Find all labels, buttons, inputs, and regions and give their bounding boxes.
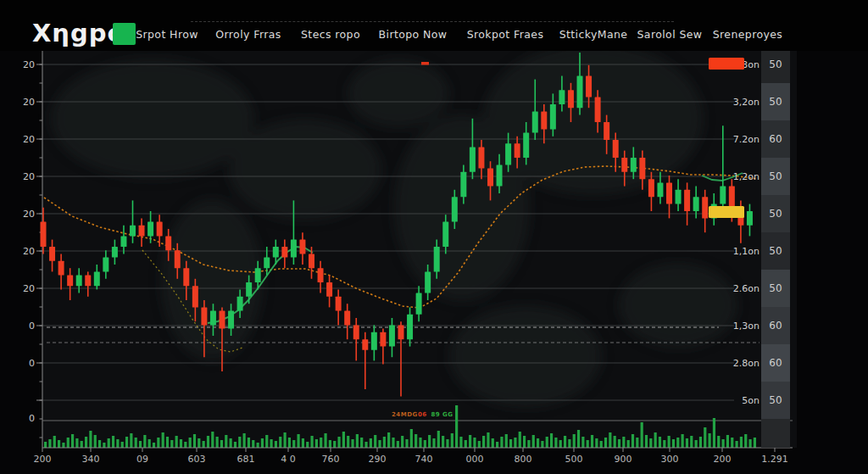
panel-filler-cell: [761, 419, 790, 448]
y-axis-label: 20: [23, 134, 35, 145]
yellow-price-marker: [709, 206, 744, 218]
y-axis-label: 0: [29, 413, 35, 424]
panel-cell-value: 50: [769, 208, 782, 220]
nav-item-orroly-frras[interactable]: Orroly Frras: [215, 28, 281, 41]
x-axis-label: 681: [237, 454, 255, 465]
bottom-axis-ticks: [42, 448, 775, 452]
y-axis-label: 0: [29, 321, 35, 332]
red-tick-marker: [421, 62, 429, 65]
panel-cell-value: 50: [769, 282, 782, 294]
nav-dashed-divider: [191, 21, 674, 22]
x-axis-label: 800: [515, 454, 532, 465]
y-axis-label: 20: [23, 97, 35, 108]
bottom-axis-labels: 200340096036814 076029074000080050090030…: [34, 454, 788, 465]
x-axis-label: 760: [322, 454, 340, 465]
x-axis-label: 603: [188, 454, 206, 465]
price-axis-label: 3,2on: [733, 97, 760, 108]
x-axis-label: 340: [82, 454, 100, 465]
y-axis-label: 0: [29, 358, 35, 369]
x-axis-label: 4 0: [281, 454, 296, 465]
panel-cell-value: 50: [769, 170, 782, 182]
left-axis-ticks: [36, 64, 42, 438]
nav-item-sttickymane[interactable]: SttickyMane: [559, 28, 628, 41]
price-axis-label: 2.6on: [733, 283, 760, 294]
volume-legend: 24MDG0689 GG: [392, 411, 453, 418]
app-window: Xηgpo Srpot HrowOrroly FrrasStecs ropoBi…: [0, 0, 868, 474]
price-axis-label: 7.2on: [733, 134, 760, 145]
x-axis-label: 900: [615, 454, 632, 465]
panel-cell-value: 50: [769, 59, 782, 70]
x-axis-label: 200: [34, 454, 52, 465]
x-axis-label: 740: [415, 454, 433, 465]
panel-cell-value: 60: [769, 133, 782, 145]
panel-cell-value: 60: [769, 357, 782, 369]
nav-item-sreneproyes[interactable]: Sreneproyes: [713, 28, 783, 41]
price-chart-canvas[interactable]: 2020202020202000024MDG0689 GG20034009603…: [0, 0, 868, 474]
panel-cell-value: 50: [769, 245, 782, 257]
nav-item-birtopo-now[interactable]: Birtopo Now: [379, 28, 448, 41]
x-axis-label: 290: [369, 454, 387, 465]
price-axis-label: 1,2on: [733, 171, 760, 182]
brand-logo[interactable]: Xηgpo: [32, 19, 125, 47]
y-axis-label: 20: [23, 283, 35, 294]
nav-item-sarolol-sew[interactable]: Sarolol Sew: [637, 28, 703, 41]
nav-item-srpot-hrow[interactable]: Srpot Hrow: [136, 28, 198, 41]
panel-cell-value: 60: [769, 320, 782, 332]
y-axis-label: 20: [23, 209, 35, 220]
y-axis-label: 20: [23, 59, 35, 70]
price-axis-label: 3on: [742, 59, 760, 70]
price-axis-label: 1,3on: [733, 321, 760, 332]
red-price-marker: [709, 58, 744, 70]
panel-cell-value: 50: [769, 96, 782, 108]
x-axis-label: 09: [136, 454, 148, 465]
x-axis-label: 200: [714, 454, 732, 465]
x-axis-label: 1.291: [761, 454, 788, 465]
nav-item-stecs-ropo[interactable]: Stecs ropo: [301, 28, 360, 41]
nav-item-srokpot-fraes[interactable]: Srokpot Fraes: [467, 28, 544, 41]
price-axis-label: 5on: [742, 395, 760, 406]
x-axis-label: 000: [466, 454, 484, 465]
x-axis-label: 300: [661, 454, 679, 465]
y-axis-label: 20: [23, 246, 35, 257]
y-axis-label: 20: [23, 171, 35, 182]
x-axis-label: 500: [565, 454, 583, 465]
price-axis-label: 2.8on: [733, 358, 760, 369]
left-axis-labels: 20202020202020000: [23, 59, 35, 424]
panel-cell-value: 50: [769, 394, 782, 406]
price-axis-label: 1,1on: [733, 246, 760, 257]
brand-square-icon: [113, 23, 136, 45]
top-navigation-bar: Xηgpo Srpot HrowOrroly FrrasStecs ropoBi…: [0, 0, 868, 51]
